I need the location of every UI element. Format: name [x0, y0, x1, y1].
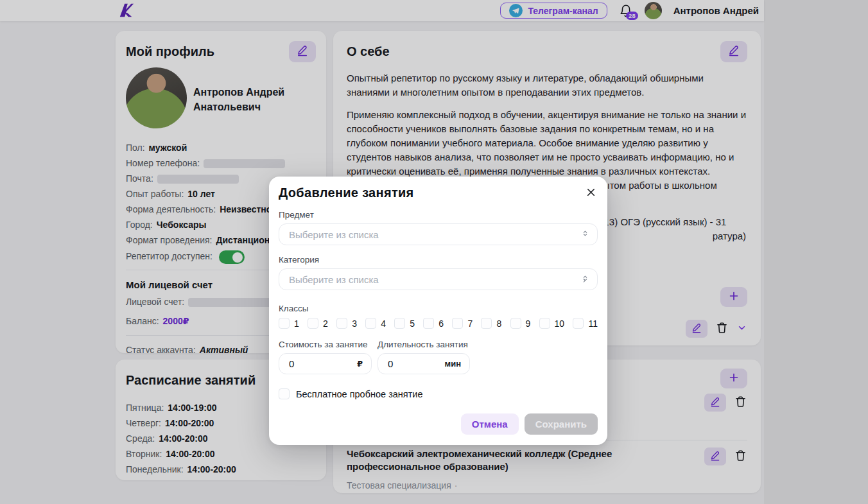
save-button[interactable]: Сохранить: [525, 413, 598, 435]
grade-checkbox[interactable]: 10: [539, 318, 565, 329]
grade-checkbox[interactable]: 8: [481, 318, 501, 329]
ruble-suffix: ₽: [357, 359, 363, 369]
grade-checkbox[interactable]: 9: [510, 318, 531, 329]
checkbox-icon: [279, 388, 290, 399]
grade-checkbox[interactable]: 1: [279, 318, 299, 329]
checkbox-icon: [308, 318, 318, 329]
grade-checkbox[interactable]: 7: [452, 318, 473, 329]
grade-checkbox[interactable]: 3: [336, 318, 357, 329]
grade-checkbox[interactable]: 11: [573, 318, 598, 329]
close-modal-button[interactable]: [584, 186, 598, 200]
checkbox-icon: [539, 318, 550, 329]
cancel-button[interactable]: Отмена: [461, 413, 519, 435]
chevron-up-down-icon: [580, 274, 590, 286]
subject-label: Предмет: [279, 210, 598, 220]
checkbox-icon: [510, 318, 521, 329]
checkbox-icon: [452, 318, 463, 329]
grade-checkbox[interactable]: 5: [394, 318, 415, 329]
checkbox-icon: [394, 318, 405, 329]
price-label: Стоимость за занятие: [279, 340, 378, 349]
modal-title: Добавление занятия: [279, 186, 414, 200]
x-icon: [585, 186, 597, 200]
minutes-suffix: мин: [445, 359, 461, 369]
grade-checkbox[interactable]: 4: [365, 318, 386, 329]
checkbox-icon: [481, 318, 492, 329]
category-label: Категория: [279, 255, 598, 265]
app-window: Телеграм-канал 28 Антропов Андрей Мой пр…: [0, 0, 868, 504]
checkbox-icon: [365, 318, 376, 329]
category-select[interactable]: Выберите из списка: [279, 268, 598, 290]
price-input-wrap: ₽: [279, 353, 372, 374]
grades-label: Классы: [279, 304, 598, 313]
free-trial-checkbox[interactable]: Бесплатное пробное занятие: [279, 388, 598, 399]
chevron-up-down-icon: [580, 229, 590, 241]
duration-label: Длительность занятия: [378, 340, 468, 349]
price-input[interactable]: [288, 358, 342, 370]
duration-input[interactable]: [386, 358, 440, 370]
grade-checkbox[interactable]: 2: [308, 318, 328, 329]
add-lesson-modal: Добавление занятия Предмет Выберите из с…: [269, 177, 607, 445]
duration-input-wrap: мин: [378, 353, 470, 374]
checkbox-icon: [423, 318, 434, 329]
subject-select[interactable]: Выберите из списка: [279, 223, 598, 245]
checkbox-icon: [573, 318, 584, 329]
checkbox-icon: [336, 318, 347, 329]
grade-checkbox[interactable]: 6: [423, 318, 444, 329]
grades-checkboxes: 1 2 3 4 5 6 7 8 9 10 11: [279, 318, 598, 329]
checkbox-icon: [279, 318, 290, 329]
